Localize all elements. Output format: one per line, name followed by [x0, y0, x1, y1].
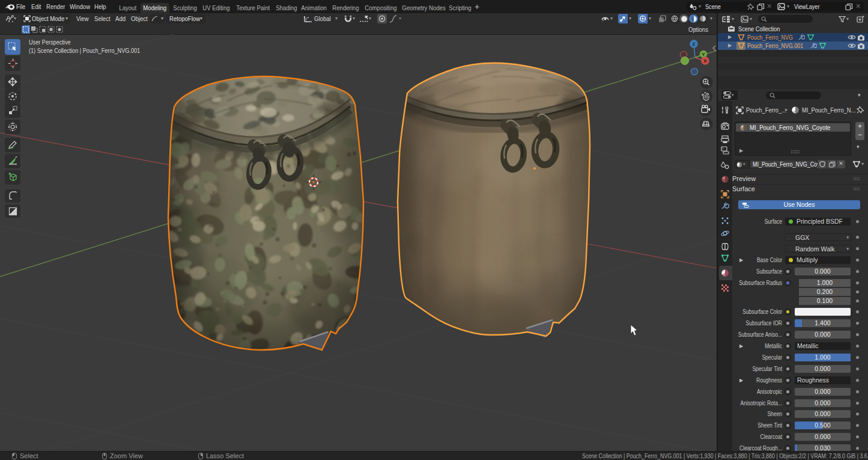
svg-text:X: X	[703, 58, 707, 64]
svg-text:Y: Y	[702, 52, 705, 57]
svg-text:Z: Z	[693, 41, 696, 47]
